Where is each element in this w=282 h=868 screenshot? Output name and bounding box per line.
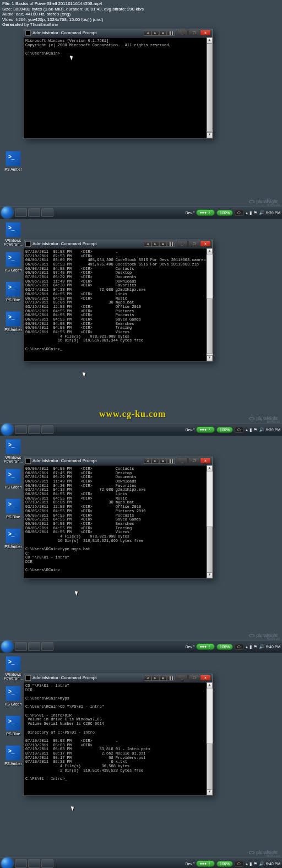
taskbar-item[interactable] [15, 208, 27, 217]
cmd-icon [25, 458, 31, 464]
start-button[interactable] [1, 207, 13, 219]
desktop-icon[interactable]: PS Green [3, 252, 24, 272]
maximize-button[interactable]: □ [188, 675, 199, 681]
start-button[interactable] [1, 858, 13, 868]
minimize-button[interactable]: _ [177, 30, 188, 36]
clock[interactable]: 5:39 PM [266, 428, 280, 432]
start-button[interactable] [1, 424, 13, 436]
desktop-icon[interactable]: PS Green [3, 469, 24, 489]
system-tray[interactable]: ▴▮⚑🔊 [246, 210, 264, 215]
desktop-icon[interactable]: PS Green [3, 686, 24, 706]
desktop-icon[interactable]: PS Blue [3, 281, 24, 302]
titlebar[interactable]: Administrator: Command Prompt ◄►■▐▐ _ □ … [24, 457, 213, 465]
start-button[interactable] [1, 641, 13, 653]
scrollbar[interactable]: ▲▼ [207, 465, 213, 578]
watermark: www.cg-ku.com [99, 409, 166, 419]
cursor-icon [83, 371, 87, 377]
cmd-window[interactable]: Administrator: Command Prompt ◄►■▐▐ _ □ … [23, 674, 213, 796]
scrollbar[interactable]: ▲▼ [207, 682, 213, 795]
cursor-icon [75, 590, 79, 595]
scrollbar[interactable]: ▲▼ [207, 248, 213, 361]
taskbar[interactable]: Dev " ●●● ⋮ 100% C: ▴▮⚑🔊 5:40 PM [0, 641, 282, 653]
titlebar[interactable]: Administrator: Command Prompt ◄►■▐▐ _ □ … [24, 29, 213, 37]
window-title: Administrator: Command Prompt [32, 458, 144, 463]
taskbar[interactable]: Dev " ●●● ⋮ 100% C: ▴▮⚑🔊 5:39 PM [0, 207, 282, 219]
file-header: File: 1 Basics of PowerShell 20110116144… [0, 0, 282, 29]
desktop-icon[interactable]: Windows PowerSh... [3, 439, 24, 463]
desktop-icon[interactable]: Windows PowerSh... [3, 222, 24, 246]
window-title: Administrator: Command Prompt [32, 675, 144, 680]
desktop-icon[interactable]: PS Amber [3, 745, 24, 766]
cursor-icon [71, 805, 75, 811]
cmd-output: Microsoft Windows [Version 6.1.7601] Cop… [24, 37, 213, 58]
desktop-icon[interactable]: PS Blue [3, 715, 24, 736]
minimize-button[interactable]: _ [177, 241, 188, 247]
desktop-icon[interactable]: PS Amber [3, 151, 24, 171]
cmd-window[interactable]: Administrator: Command Prompt ◄►■▐▐ _ □ … [23, 240, 213, 362]
clock[interactable]: 5:39 PM [266, 211, 280, 215]
cmd-icon [25, 675, 31, 681]
clock[interactable]: 5:40 PM [266, 645, 280, 649]
scrollbar[interactable]: ▲▼ [207, 37, 213, 138]
close-button[interactable]: × [200, 30, 211, 36]
status-pill[interactable]: ●●● ⋮ [196, 209, 215, 216]
cmd-icon [25, 30, 31, 36]
desktop-icon[interactable]: PS Amber [3, 311, 24, 332]
minimize-button[interactable]: _ [177, 675, 188, 681]
titlebar[interactable]: Administrator: Command Prompt ◄►■▐▐ _ □ … [24, 240, 213, 248]
taskbar-item[interactable] [28, 208, 40, 217]
maximize-button[interactable]: □ [188, 30, 199, 36]
clock[interactable]: 5:40 PM [266, 862, 280, 866]
cmd-output: CD "\PS\01 - intro" DIR C:\Users\RCain>m… [24, 682, 213, 783]
close-button[interactable]: × [200, 675, 211, 681]
pct-pill[interactable]: 100% [216, 210, 233, 216]
window-title: Administrator: Command Prompt [32, 30, 144, 35]
cmd-output: 07/10/2011 02:53 PM <DIR> . 07/10/2011 0… [24, 248, 213, 354]
window-title: Administrator: Command Prompt [32, 241, 144, 246]
maximize-button[interactable]: □ [188, 458, 199, 464]
desktop-icon[interactable]: Windows PowerSh... [3, 656, 24, 680]
desktop-icon[interactable]: PS Amber [3, 528, 24, 549]
cmd-icon [25, 241, 31, 247]
desktop-icon[interactable]: PS Blue [3, 498, 24, 519]
close-button[interactable]: × [200, 241, 211, 247]
taskbar[interactable]: Dev " ●●● ⋮ 100% C: ▴▮⚑🔊 5:39 PM [0, 424, 282, 436]
maximize-button[interactable]: □ [188, 241, 199, 247]
taskbar[interactable]: Dev " ●●● ⋮ 100% C: ▴▮⚑🔊 5:40 PM [0, 858, 282, 868]
minimize-button[interactable]: _ [177, 458, 188, 464]
cmd-window[interactable]: Administrator: Command Prompt ◄►■▐▐ _ □ … [23, 29, 213, 139]
titlebar[interactable]: Administrator: Command Prompt ◄►■▐▐ _ □ … [24, 674, 213, 682]
taskbar-item[interactable] [41, 208, 53, 217]
cmd-output: 06/05/2011 04:55 PM <DIR> Contacts 06/06… [24, 465, 213, 574]
close-button[interactable]: × [200, 458, 211, 464]
cmd-window[interactable]: Administrator: Command Prompt ◄►■▐▐ _ □ … [23, 457, 213, 579]
